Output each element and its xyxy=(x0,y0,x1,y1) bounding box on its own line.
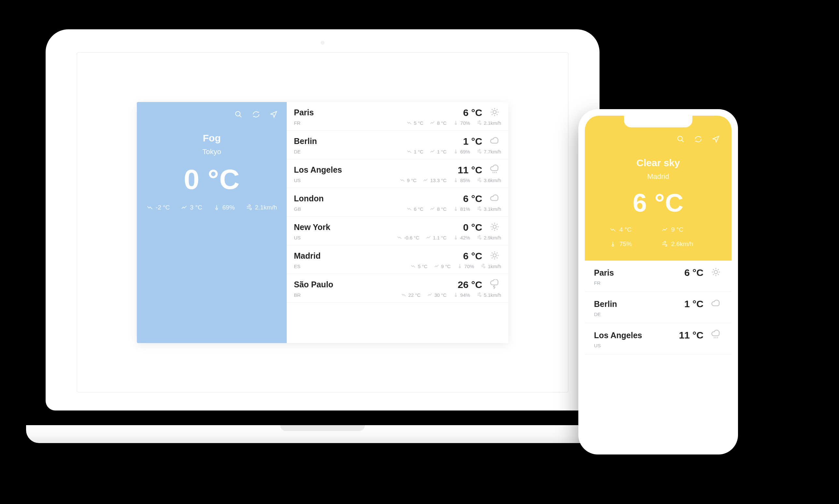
high-stat: 30 °C xyxy=(427,292,447,298)
search-icon[interactable] xyxy=(677,135,684,144)
svg-line-36 xyxy=(492,257,493,258)
hero-humidity-stat: 69% xyxy=(213,204,235,211)
city-stats: 6 °C 8 °C 81% 3.1km/h xyxy=(407,206,501,212)
wind-icon xyxy=(477,292,482,298)
city-row[interactable]: Berlin DE 1 °C 1 °C 1 °C 69% 7.7km/h xyxy=(287,131,508,159)
svg-line-26 xyxy=(492,229,493,230)
sun-icon xyxy=(490,222,499,233)
city-stats: 1 °C 1 °C 69% 7.7km/h xyxy=(407,149,501,155)
thermometer-icon xyxy=(213,204,220,211)
humidity-stat: 69% xyxy=(453,149,470,155)
sun-icon xyxy=(490,107,499,118)
hero-high-stat: 3 °C xyxy=(181,204,202,211)
trend-down-icon xyxy=(610,227,616,233)
wind-icon xyxy=(246,204,252,211)
trend-up-icon xyxy=(434,264,439,269)
cloud-icon xyxy=(490,193,499,204)
low-stat: -0.6 °C xyxy=(397,235,420,240)
city-row[interactable]: Berlin DE 1 °C xyxy=(585,292,731,323)
sun-icon xyxy=(711,267,721,278)
wind-stat: 2.1km/h xyxy=(477,120,501,126)
country-code: ES xyxy=(294,264,405,269)
trend-up-icon xyxy=(423,178,428,183)
country-code: FR xyxy=(594,280,678,286)
locate-icon[interactable] xyxy=(712,135,720,144)
country-code: DE xyxy=(294,149,401,155)
wind-icon xyxy=(477,178,482,183)
city-name: Berlin xyxy=(294,137,401,146)
city-stats: 22 °C 30 °C 94% 5.1km/h xyxy=(401,292,501,298)
wind-icon xyxy=(477,235,482,240)
wind-stat: 3.6km/h xyxy=(477,178,501,183)
hero-low-stat: -2 °C xyxy=(147,204,170,211)
thermometer-icon xyxy=(453,235,459,240)
trend-down-icon xyxy=(407,149,412,154)
city-row[interactable]: São Paulo BR 26 °C 22 °C 30 °C 94% 5.1km… xyxy=(287,274,508,303)
svg-point-12 xyxy=(455,123,457,124)
country-code: DE xyxy=(594,311,678,317)
city-temp: 1 °C xyxy=(463,136,482,147)
svg-line-48 xyxy=(713,269,714,270)
humidity-stat: 81% xyxy=(453,206,470,212)
svg-point-19 xyxy=(493,225,496,228)
svg-line-41 xyxy=(682,140,683,142)
hero-panel-mobile: Clear sky Madrid 6 °C 4 °C 9 °C 75% 2.6k… xyxy=(585,116,731,260)
hero-temperature: 0 °C xyxy=(146,163,278,196)
svg-point-17 xyxy=(455,180,457,182)
storm-icon xyxy=(490,279,499,290)
svg-point-28 xyxy=(455,238,457,239)
cloud-icon xyxy=(711,299,721,309)
svg-line-8 xyxy=(492,109,493,110)
country-code: FR xyxy=(294,120,401,126)
city-name: Paris xyxy=(294,108,401,117)
city-temp: 6 °C xyxy=(684,267,703,278)
trend-down-icon xyxy=(407,120,412,125)
city-name: Berlin xyxy=(594,300,678,309)
svg-line-35 xyxy=(497,257,498,258)
thermometer-icon xyxy=(453,178,459,183)
refresh-icon[interactable] xyxy=(252,110,260,120)
hero-condition: Fog xyxy=(146,132,278,144)
city-row[interactable]: London GB 6 °C 6 °C 8 °C 81% 3.1km/h xyxy=(287,188,508,217)
low-stat: 22 °C xyxy=(401,292,421,298)
svg-point-13 xyxy=(455,152,457,153)
cloud-icon xyxy=(490,136,499,147)
refresh-icon[interactable] xyxy=(694,135,702,144)
svg-line-50 xyxy=(713,274,714,275)
svg-line-11 xyxy=(497,109,498,110)
city-row[interactable]: New York US 0 °C -0.6 °C 1.1 °C 42% 2.9k… xyxy=(287,217,508,245)
hero-humidity-stat: 75% xyxy=(610,240,632,248)
laptop-screen: Fog Tokyo 0 °C -2 °C 3 °C 69% 2.1km/h Pa… xyxy=(76,52,569,393)
city-row[interactable]: Paris FR 6 °C xyxy=(585,260,731,292)
high-stat: 13.3 °C xyxy=(423,178,446,183)
wind-icon xyxy=(477,120,482,125)
trend-up-icon xyxy=(661,227,668,233)
city-name: Los Angeles xyxy=(294,165,394,175)
svg-point-42 xyxy=(612,245,614,246)
city-row[interactable]: Paris FR 6 °C 5 °C 8 °C 70% 2.1km/h xyxy=(287,102,508,131)
phone-mockup: Clear sky Madrid 6 °C 4 °C 9 °C 75% 2.6k… xyxy=(578,109,738,454)
city-row[interactable]: Los Angeles US 11 °C xyxy=(585,323,731,355)
svg-line-25 xyxy=(497,229,498,230)
country-code: US xyxy=(294,235,391,240)
country-code: BR xyxy=(294,292,395,298)
trend-up-icon xyxy=(427,292,432,298)
trend-down-icon xyxy=(147,204,153,211)
svg-line-9 xyxy=(497,114,498,115)
wind-stat: 3.1km/h xyxy=(477,206,501,212)
humidity-stat: 70% xyxy=(457,264,474,269)
low-stat: 9 °C xyxy=(400,178,416,183)
trend-up-icon xyxy=(426,235,431,240)
hero-toolbar xyxy=(146,110,278,120)
locate-icon[interactable] xyxy=(270,110,278,120)
city-row[interactable]: Los Angeles US 11 °C 9 °C 13.3 °C 85% 3.… xyxy=(287,159,508,188)
hero-city: Madrid xyxy=(596,172,720,181)
city-stats: 5 °C 9 °C 70% 1km/h xyxy=(411,264,501,269)
svg-point-29 xyxy=(493,254,496,257)
search-icon[interactable] xyxy=(235,110,243,120)
laptop-mockup: Fog Tokyo 0 °C -2 °C 3 °C 69% 2.1km/h Pa… xyxy=(46,29,600,443)
hero-condition: Clear sky xyxy=(596,157,720,168)
svg-point-2 xyxy=(216,208,217,210)
city-row[interactable]: Madrid ES 6 °C 5 °C 9 °C 70% 1km/h xyxy=(287,245,508,274)
trend-up-icon xyxy=(430,206,435,212)
